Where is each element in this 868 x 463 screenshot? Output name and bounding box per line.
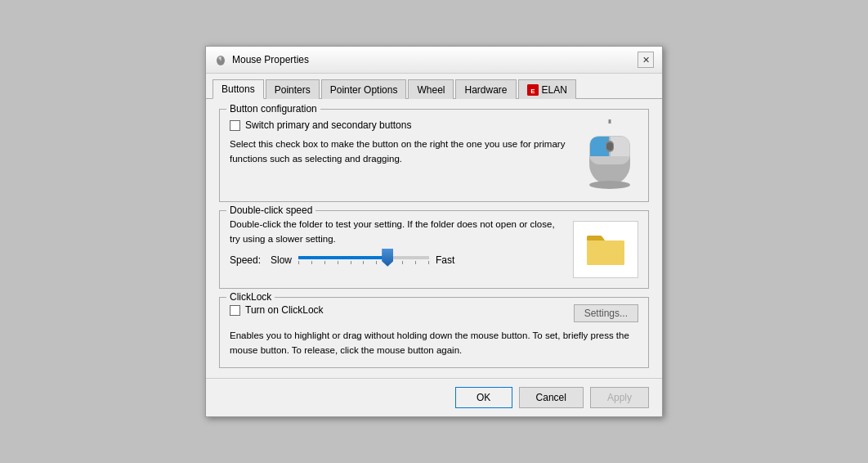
tab-wheel[interactable]: Wheel: [408, 79, 454, 99]
tab-buttons-label: Buttons: [221, 83, 255, 95]
speed-label: Speed:: [230, 254, 264, 266]
double-click-label: Double-click speed: [226, 205, 315, 216]
ok-button[interactable]: OK: [455, 387, 512, 408]
button-config-group: Button configuration Switch primary and …: [219, 109, 649, 202]
double-click-content: Double-click the folder to test your set…: [230, 218, 638, 278]
tab-hardware-label: Hardware: [464, 84, 507, 96]
clicklock-checkbox-row: Turn on ClickLock: [230, 304, 324, 316]
tab-buttons[interactable]: Buttons: [213, 79, 264, 99]
tab-wheel-label: Wheel: [417, 84, 445, 96]
tab-hardware[interactable]: Hardware: [455, 79, 516, 99]
switch-buttons-row: Switch primary and secondary buttons: [230, 119, 573, 131]
tab-pointer-options-label: Pointer Options: [330, 84, 398, 96]
button-config-label: Button configuration: [226, 103, 320, 115]
svg-rect-10: [606, 142, 613, 151]
slow-label: Slow: [271, 254, 292, 266]
cancel-button[interactable]: Cancel: [519, 387, 584, 408]
title-bar-left: Mouse Properties: [214, 53, 309, 66]
clicklock-row: Turn on ClickLock Settings...: [230, 304, 638, 322]
folder-illustration[interactable]: [585, 229, 626, 270]
clicklock-checkbox-label: Turn on ClickLock: [245, 304, 324, 316]
dialog-footer: OK Cancel Apply: [206, 378, 662, 416]
dialog-icon: [214, 53, 227, 66]
dialog-title: Mouse Properties: [232, 54, 309, 65]
speed-row: Speed: Slow: [230, 254, 565, 266]
slider-ticks: [298, 261, 429, 264]
tab-elan[interactable]: E ELAN: [518, 79, 576, 99]
double-click-left: Double-click the folder to test your set…: [230, 218, 565, 266]
button-config-left: Switch primary and secondary buttons Sel…: [230, 119, 573, 166]
svg-rect-13: [587, 240, 624, 265]
clicklock-label: ClickLock: [226, 291, 275, 303]
title-bar: Mouse Properties ✕: [206, 47, 662, 74]
svg-rect-3: [219, 57, 221, 60]
tab-pointers[interactable]: Pointers: [266, 79, 320, 99]
apply-button[interactable]: Apply: [590, 387, 649, 408]
close-button[interactable]: ✕: [638, 52, 654, 68]
clicklock-settings-button[interactable]: Settings...: [574, 304, 638, 322]
svg-text:E: E: [530, 88, 535, 95]
dialog-content: Button configuration Switch primary and …: [206, 99, 662, 378]
button-config-description: Select this check box to make the button…: [230, 137, 573, 166]
double-click-group: Double-click speed Double-click the fold…: [219, 210, 649, 289]
fast-label: Fast: [436, 254, 454, 266]
speed-slider[interactable]: [298, 256, 429, 259]
folder-container: [573, 221, 638, 278]
tab-pointer-options[interactable]: Pointer Options: [321, 79, 407, 99]
mouse-image-container: [581, 119, 638, 191]
tab-bar: Buttons Pointers Pointer Options Wheel H…: [206, 74, 662, 99]
clicklock-description: Enables you to highlight or drag without…: [230, 329, 638, 357]
elan-icon: E: [527, 84, 539, 96]
button-config-content: Switch primary and secondary buttons Sel…: [230, 119, 638, 191]
mouse-properties-dialog: Mouse Properties ✕ Buttons Pointers Poin…: [205, 46, 663, 417]
switch-buttons-label: Switch primary and secondary buttons: [245, 119, 411, 131]
tab-elan-label: ELAN: [542, 84, 567, 96]
slider-container: [298, 256, 429, 264]
clicklock-group: ClickLock Turn on ClickLock Settings... …: [219, 297, 649, 368]
slider-labels: Slow Fast: [271, 254, 454, 266]
switch-buttons-checkbox[interactable]: [230, 120, 240, 131]
clicklock-checkbox[interactable]: [230, 305, 240, 316]
double-click-description: Double-click the folder to test your set…: [230, 218, 565, 246]
mouse-illustration: [581, 119, 638, 189]
tab-pointers-label: Pointers: [275, 84, 311, 96]
svg-point-11: [589, 181, 630, 189]
